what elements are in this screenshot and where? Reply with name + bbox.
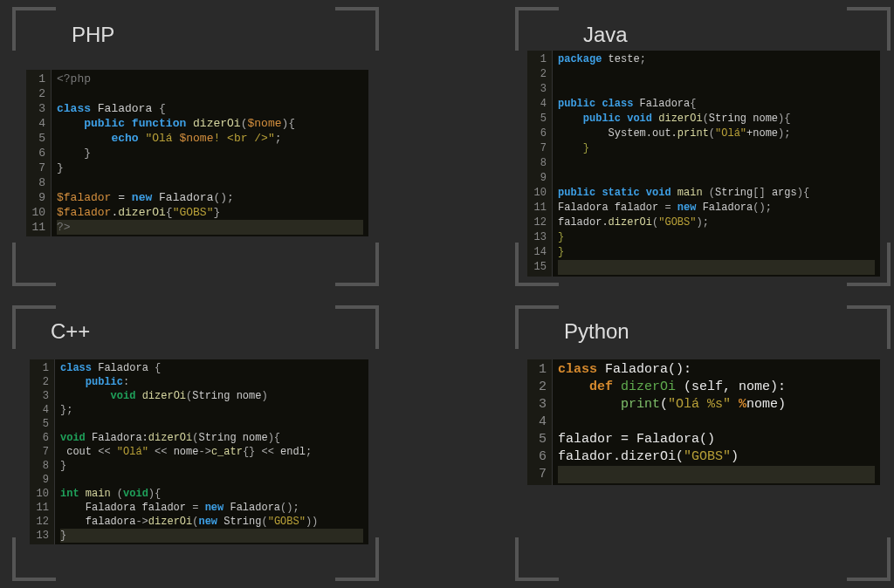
code-body[interactable]: package teste; public class Faladora{ pu…	[553, 51, 880, 277]
code-line[interactable]: }	[57, 161, 64, 174]
code-line[interactable]: Faladora falador = new Faladora();	[558, 202, 772, 214]
code-line[interactable]: public void dizerOi(String nome){	[558, 113, 790, 125]
code-line[interactable]	[558, 83, 564, 95]
line-number: 6	[531, 126, 547, 141]
code-line[interactable]: }	[558, 231, 564, 243]
code-editor-java[interactable]: 123456789101112131415package teste; publ…	[527, 51, 880, 277]
line-number: 6	[531, 448, 547, 466]
line-number: 9	[30, 190, 45, 205]
code-line[interactable]: echo "Olá $nome! <br />";	[57, 132, 282, 145]
code-line[interactable]: $falador.dizerOi{"GOBS"}	[57, 206, 220, 219]
line-number: 6	[33, 431, 49, 445]
code-body[interactable]: <?php class Faladora { public function d…	[52, 70, 368, 236]
code-line[interactable]: }	[60, 529, 363, 543]
bracket-corner	[12, 243, 56, 286]
code-line[interactable]: System.out.print("Olá"+nome);	[558, 127, 790, 140]
code-body[interactable]: class Faladora { public: void dizerOi(St…	[55, 359, 368, 544]
bracket-corner	[515, 537, 559, 581]
code-line[interactable]: public function dizerOi($nome){	[57, 117, 295, 130]
code-line[interactable]: public:	[60, 376, 129, 388]
code-line[interactable]: }	[558, 246, 564, 258]
code-line[interactable]	[60, 474, 66, 486]
code-line[interactable]: falador.dizerOi("GOBS")	[558, 449, 739, 464]
code-line[interactable]: <?php	[57, 72, 91, 85]
code-line[interactable]	[558, 414, 566, 429]
code-line[interactable]: public class Faladora{	[558, 98, 696, 110]
panel-title-cpp: C++	[51, 319, 90, 344]
line-number: 2	[30, 86, 45, 101]
code-line[interactable]: falador.dizerOi("GOBS");	[558, 216, 709, 229]
code-line[interactable]: class Faladora {	[60, 362, 161, 374]
line-number: 8	[30, 175, 45, 190]
code-line[interactable]: Faladora falador = new Faladora();	[60, 502, 299, 514]
code-line[interactable]	[558, 157, 564, 169]
line-number: 11	[531, 201, 547, 215]
line-number: 10	[531, 186, 547, 201]
line-number: 5	[531, 112, 547, 126]
code-line[interactable]: class Faladora {	[57, 102, 166, 115]
line-number: 5	[531, 431, 547, 448]
code-line[interactable]	[57, 176, 64, 189]
panel-title-php: PHP	[72, 23, 114, 47]
line-number: 11	[33, 501, 49, 515]
panel-cpp: C++ 12345678910111213class Faladora { pu…	[12, 305, 379, 581]
bracket-corner	[847, 537, 891, 581]
line-number: 3	[531, 82, 547, 97]
line-number: 1	[30, 72, 45, 86]
line-number: 2	[531, 67, 547, 82]
code-line[interactable]: }	[60, 460, 66, 472]
line-number: 13	[33, 529, 49, 543]
bracket-corner	[335, 305, 379, 349]
code-line[interactable]: def dizerOi (self, nome):	[558, 379, 786, 394]
code-body[interactable]: class Faladora(): def dizerOi (self, nom…	[553, 359, 880, 485]
code-line[interactable]: }	[57, 147, 91, 160]
code-line[interactable]: ?>	[57, 220, 363, 235]
bracket-corner	[847, 7, 891, 51]
panel-java: Java 123456789101112131415package teste;…	[515, 7, 891, 286]
code-line[interactable]: void Faladora:dizerOi(String nome){	[60, 432, 280, 444]
code-line[interactable]: void dizerOi(String nome)	[60, 390, 268, 402]
bracket-corner	[515, 305, 559, 349]
line-number: 8	[33, 459, 49, 473]
line-number: 9	[531, 171, 547, 186]
bracket-corner	[12, 305, 56, 349]
line-number: 4	[531, 97, 547, 112]
code-line[interactable]: int main (void){	[60, 488, 161, 500]
code-line[interactable]	[558, 466, 875, 483]
code-line[interactable]: print("Olá %s" %nome)	[558, 397, 786, 412]
code-line[interactable]: faladora->dizerOi(new String("GOBS"))	[60, 516, 318, 528]
line-number-gutter: 1234567891011	[26, 70, 52, 236]
code-line[interactable]	[558, 172, 564, 184]
line-number: 12	[33, 515, 49, 529]
code-line[interactable]: }	[558, 142, 589, 154]
line-number: 5	[33, 417, 49, 431]
panel-title-java: Java	[583, 23, 628, 47]
code-editor-cpp[interactable]: 12345678910111213class Faladora { public…	[30, 359, 368, 544]
line-number: 7	[531, 141, 547, 156]
code-line[interactable]: package teste;	[558, 53, 646, 65]
line-number: 7	[30, 161, 45, 175]
line-number: 1	[531, 52, 547, 67]
panel-php: PHP 1234567891011<?php class Faladora { …	[12, 7, 379, 286]
line-number: 3	[531, 396, 547, 414]
bracket-corner	[335, 243, 379, 286]
bracket-corner	[12, 7, 56, 51]
line-number-gutter: 12345678910111213	[30, 359, 55, 544]
code-line[interactable]: };	[60, 404, 72, 416]
line-number: 10	[33, 487, 49, 501]
line-number: 4	[531, 414, 547, 431]
code-line[interactable]	[57, 87, 64, 100]
code-line[interactable]: class Faladora():	[558, 362, 691, 377]
code-line[interactable]: $falador = new Faladora();	[57, 191, 234, 204]
code-line[interactable]	[558, 68, 564, 80]
line-number: 12	[531, 215, 547, 230]
line-number: 2	[531, 379, 547, 396]
code-line[interactable]	[558, 260, 875, 275]
code-line[interactable]: falador = Faladora()	[558, 432, 715, 447]
line-number: 6	[30, 146, 45, 161]
code-editor-python[interactable]: 1234567class Faladora(): def dizerOi (se…	[527, 359, 880, 485]
code-editor-php[interactable]: 1234567891011<?php class Faladora { publ…	[26, 70, 368, 236]
code-line[interactable]: public static void main (String[] args){	[558, 187, 809, 199]
code-line[interactable]: cout << "Olá" << nome->c_atr{} << endl;	[60, 446, 312, 458]
code-line[interactable]	[60, 418, 66, 430]
